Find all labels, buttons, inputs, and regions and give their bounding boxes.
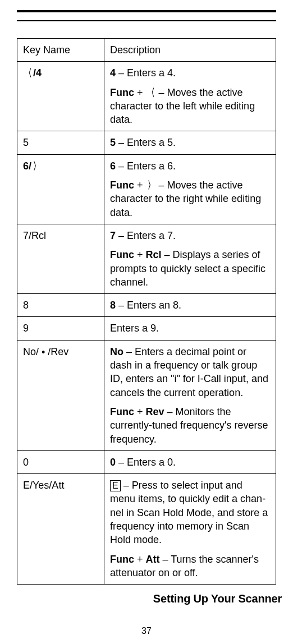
header-rules: [17, 0, 276, 21]
description-cell: 8 – Enters an 8.: [104, 294, 276, 317]
description-cell: E – Press to select input and menu items…: [104, 474, 276, 585]
description-cell: 0 – Enters a 0.: [104, 450, 276, 473]
description-paragraph: Func + Att – Turns the scanner's attenua…: [110, 553, 270, 580]
description-paragraph: Func + Rcl – Displays a series of prompt…: [110, 248, 270, 289]
bold-text: Func: [110, 554, 134, 565]
description-cell: 6 – Enters a 6.Func + 〉 – Moves the acti…: [104, 154, 276, 224]
description-cell: 7 – Enters a 7.Func + Rcl – Displays a s…: [104, 224, 276, 293]
key-name-cell: 6/〉: [17, 154, 104, 224]
header-description: Description: [104, 39, 276, 62]
key-text: 6/: [23, 160, 31, 172]
key-name-cell: 0: [17, 450, 104, 473]
table-row: 9Enters a 9.: [17, 317, 276, 340]
bold-text: Att: [146, 554, 160, 565]
description-paragraph: 4 – Enters a 4.: [110, 66, 270, 80]
description-paragraph: 8 – Enters an 8.: [110, 298, 270, 312]
bold-text: 7: [110, 230, 116, 241]
key-text: E/Yes/Att: [23, 480, 64, 491]
key-text: 9: [23, 323, 29, 334]
table-row: 00 – Enters a 0.: [17, 450, 276, 473]
description-paragraph: Func + 〉 – Moves the active character to…: [110, 178, 270, 219]
key-name-cell: 7/Rcl: [17, 224, 104, 293]
header-key: Key Name: [17, 39, 104, 62]
chevron-right-icon: 〉: [147, 178, 154, 192]
key-description-table: Key Name Description 〈/44 – Enters a 4.F…: [17, 38, 276, 585]
table-row: 〈/44 – Enters a 4.Func + 〈 – Moves the a…: [17, 62, 276, 131]
key-name-cell: E/Yes/Att: [17, 474, 104, 585]
key-text: 7/Rcl: [23, 230, 46, 241]
chevron-left-icon: 〈: [25, 66, 32, 80]
description-cell: Enters a 9.: [104, 317, 276, 340]
description-paragraph: 7 – Enters a 7.: [110, 229, 270, 242]
description-paragraph: Func + 〈 – Moves the active character to…: [110, 86, 270, 127]
key-name-cell: 8: [17, 294, 104, 317]
bold-text: No: [110, 346, 123, 357]
table-row: 7/Rcl7 – Enters a 7.Func + Rcl – Display…: [17, 224, 276, 293]
table-row: E/Yes/AttE – Press to select input and m…: [17, 474, 276, 585]
bold-text: 4: [110, 67, 116, 79]
description-cell: 5 – Enters a 5.: [104, 131, 276, 154]
description-cell: No – Enters a decimal point or dash in a…: [104, 340, 276, 450]
key-text: 0: [23, 457, 29, 468]
description-paragraph: 5 – Enters a 5.: [110, 136, 270, 149]
key-name-cell: 〈/4: [17, 62, 104, 131]
bold-text: 6: [110, 160, 116, 172]
description-paragraph: Func + Rev – Monitors the currently-tune…: [110, 405, 270, 446]
key-text: 8: [23, 300, 29, 311]
bold-text: 8: [110, 300, 116, 311]
key-name-cell: No/ • /Rev: [17, 340, 104, 450]
table-row: 55 – Enters a 5.: [17, 131, 276, 154]
chevron-left-icon: 〈: [147, 86, 154, 99]
table-header-row: Key Name Description: [17, 39, 276, 62]
key-text: /4: [33, 67, 42, 79]
page-number: 37: [0, 626, 293, 636]
key-text: 5: [23, 137, 29, 148]
table-row: No/ • /RevNo – Enters a decimal point or…: [17, 340, 276, 450]
bold-text: 5: [110, 137, 116, 148]
key-name-cell: 9: [17, 317, 104, 340]
description-paragraph: Enters a 9.: [110, 321, 270, 335]
description-paragraph: E – Press to select input and menu items…: [110, 479, 270, 546]
table-row: 88 – Enters an 8.: [17, 294, 276, 317]
chevron-right-icon: 〉: [33, 159, 40, 173]
key-name-cell: 5: [17, 131, 104, 154]
description-paragraph: 0 – Enters a 0.: [110, 456, 270, 469]
section-title: Setting Up Your Scanner: [17, 592, 282, 605]
bold-text: Func: [110, 406, 134, 417]
bold-text: Func: [110, 180, 134, 191]
bold-text: Func: [110, 249, 134, 260]
table-row: 6/〉6 – Enters a 6.Func + 〉 – Moves the a…: [17, 154, 276, 224]
bold-text: Rcl: [146, 249, 162, 260]
bold-text: Func: [110, 87, 134, 98]
description-paragraph: No – Enters a decimal point or dash in a…: [110, 345, 270, 399]
bold-text: 0: [110, 457, 116, 468]
rule-thin: [17, 20, 276, 21]
description-cell: 4 – Enters a 4.Func + 〈 – Moves the acti…: [104, 62, 276, 131]
page: Key Name Description 〈/44 – Enters a 4.F…: [0, 0, 293, 644]
bold-text: Rev: [146, 406, 164, 417]
description-paragraph: 6 – Enters a 6.: [110, 159, 270, 173]
dot-icon: •: [42, 346, 45, 359]
rule-thick: [17, 10, 276, 12]
enter-key-icon: E: [110, 480, 121, 491]
